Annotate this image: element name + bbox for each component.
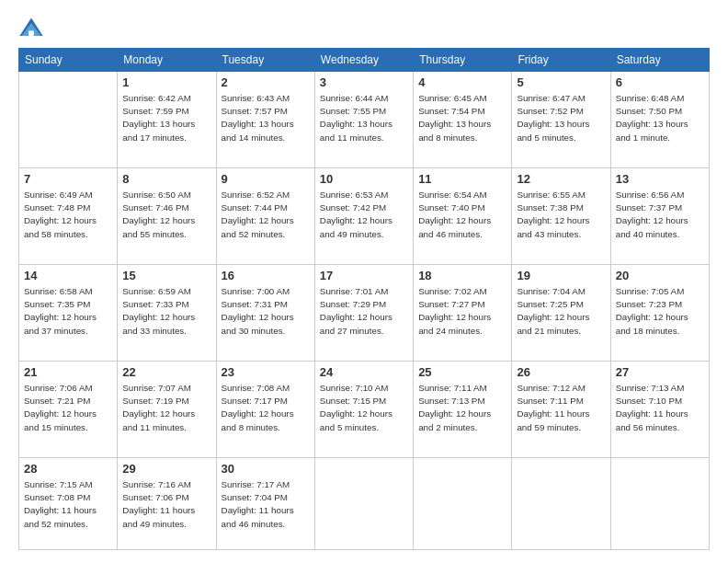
calendar-cell [19, 72, 118, 168]
day-number: 8 [122, 172, 210, 186]
calendar-cell: 21Sunrise: 7:06 AM Sunset: 7:21 PM Dayli… [19, 361, 118, 457]
weekday-header: Thursday [414, 49, 512, 72]
calendar-cell: 5Sunrise: 6:47 AM Sunset: 7:52 PM Daylig… [512, 72, 610, 168]
svg-rect-2 [28, 30, 34, 36]
calendar-cell: 14Sunrise: 6:58 AM Sunset: 7:35 PM Dayli… [19, 264, 118, 361]
day-number: 3 [320, 75, 408, 89]
day-number: 13 [616, 172, 704, 186]
day-number: 26 [517, 365, 605, 379]
day-number: 2 [222, 75, 310, 89]
calendar-cell: 13Sunrise: 6:56 AM Sunset: 7:37 PM Dayli… [610, 167, 709, 264]
calendar-cell: 30Sunrise: 7:17 AM Sunset: 7:04 PM Dayli… [216, 457, 314, 549]
day-number: 20 [616, 269, 704, 282]
calendar-row: 28Sunrise: 7:15 AM Sunset: 7:08 PM Dayli… [19, 457, 710, 549]
calendar-row: 14Sunrise: 6:58 AM Sunset: 7:35 PM Dayli… [19, 264, 710, 361]
weekday-header: Monday [118, 49, 216, 72]
day-number: 22 [122, 365, 210, 379]
day-number: 24 [320, 365, 408, 379]
day-info: Sunrise: 6:44 AM Sunset: 7:55 PM Dayligh… [320, 92, 408, 144]
header-row: SundayMondayTuesdayWednesdayThursdayFrid… [19, 49, 710, 72]
day-number: 4 [418, 75, 506, 89]
calendar-cell: 7Sunrise: 6:49 AM Sunset: 7:48 PM Daylig… [19, 167, 118, 264]
calendar-cell [314, 457, 413, 549]
calendar-cell: 12Sunrise: 6:55 AM Sunset: 7:38 PM Dayli… [512, 167, 610, 264]
calendar-cell: 24Sunrise: 7:10 AM Sunset: 7:15 PM Dayli… [314, 361, 413, 457]
calendar-row: 21Sunrise: 7:06 AM Sunset: 7:21 PM Dayli… [19, 361, 710, 457]
day-number: 17 [320, 269, 408, 282]
calendar-row: 1Sunrise: 6:42 AM Sunset: 7:59 PM Daylig… [19, 72, 710, 168]
day-info: Sunrise: 6:47 AM Sunset: 7:52 PM Dayligh… [517, 92, 605, 144]
day-info: Sunrise: 7:13 AM Sunset: 7:10 PM Dayligh… [616, 382, 704, 434]
day-number: 9 [222, 172, 310, 186]
day-info: Sunrise: 6:52 AM Sunset: 7:44 PM Dayligh… [222, 189, 310, 241]
day-number: 30 [222, 462, 310, 476]
calendar-cell: 6Sunrise: 6:48 AM Sunset: 7:50 PM Daylig… [610, 72, 709, 168]
calendar-cell: 1Sunrise: 6:42 AM Sunset: 7:59 PM Daylig… [118, 72, 216, 168]
day-info: Sunrise: 7:00 AM Sunset: 7:31 PM Dayligh… [222, 285, 310, 338]
day-number: 16 [222, 269, 310, 282]
page: SundayMondayTuesdayWednesdayThursdayFrid… [0, 0, 728, 563]
weekday-header: Sunday [19, 49, 118, 72]
day-info: Sunrise: 6:53 AM Sunset: 7:42 PM Dayligh… [320, 189, 408, 241]
day-info: Sunrise: 6:54 AM Sunset: 7:40 PM Dayligh… [418, 189, 506, 241]
calendar-cell: 28Sunrise: 7:15 AM Sunset: 7:08 PM Dayli… [19, 457, 118, 549]
calendar-cell: 29Sunrise: 7:16 AM Sunset: 7:06 PM Dayli… [118, 457, 216, 549]
calendar-cell: 10Sunrise: 6:53 AM Sunset: 7:42 PM Dayli… [314, 167, 413, 264]
logo [18, 17, 48, 42]
calendar-cell: 22Sunrise: 7:07 AM Sunset: 7:19 PM Dayli… [118, 361, 216, 457]
day-number: 21 [24, 365, 112, 379]
day-number: 7 [24, 172, 112, 186]
calendar-cell: 26Sunrise: 7:12 AM Sunset: 7:11 PM Dayli… [512, 361, 610, 457]
day-number: 6 [616, 75, 704, 89]
day-info: Sunrise: 7:08 AM Sunset: 7:17 PM Dayligh… [222, 382, 310, 434]
top-section [18, 17, 710, 42]
day-info: Sunrise: 6:48 AM Sunset: 7:50 PM Dayligh… [616, 92, 704, 144]
calendar-cell: 27Sunrise: 7:13 AM Sunset: 7:10 PM Dayli… [610, 361, 709, 457]
day-info: Sunrise: 7:01 AM Sunset: 7:29 PM Dayligh… [320, 285, 408, 338]
day-info: Sunrise: 7:04 AM Sunset: 7:25 PM Dayligh… [517, 285, 605, 338]
day-info: Sunrise: 6:59 AM Sunset: 7:33 PM Dayligh… [122, 285, 210, 338]
day-info: Sunrise: 6:50 AM Sunset: 7:46 PM Dayligh… [122, 189, 210, 241]
day-info: Sunrise: 6:45 AM Sunset: 7:54 PM Dayligh… [418, 92, 506, 144]
day-info: Sunrise: 6:49 AM Sunset: 7:48 PM Dayligh… [24, 189, 112, 241]
day-info: Sunrise: 6:58 AM Sunset: 7:35 PM Dayligh… [24, 285, 112, 338]
day-number: 10 [320, 172, 408, 186]
day-info: Sunrise: 7:07 AM Sunset: 7:19 PM Dayligh… [122, 382, 210, 434]
calendar-cell: 2Sunrise: 6:43 AM Sunset: 7:57 PM Daylig… [216, 72, 314, 168]
day-number: 19 [517, 269, 605, 282]
day-number: 1 [122, 75, 210, 89]
day-info: Sunrise: 7:15 AM Sunset: 7:08 PM Dayligh… [24, 478, 112, 531]
calendar-cell: 15Sunrise: 6:59 AM Sunset: 7:33 PM Dayli… [118, 264, 216, 361]
weekday-header: Tuesday [216, 49, 314, 72]
day-info: Sunrise: 7:12 AM Sunset: 7:11 PM Dayligh… [517, 382, 605, 434]
calendar-cell: 4Sunrise: 6:45 AM Sunset: 7:54 PM Daylig… [414, 72, 512, 168]
calendar-cell: 19Sunrise: 7:04 AM Sunset: 7:25 PM Dayli… [512, 264, 610, 361]
day-info: Sunrise: 6:42 AM Sunset: 7:59 PM Dayligh… [122, 92, 210, 144]
day-number: 27 [616, 365, 704, 379]
day-number: 12 [517, 172, 605, 186]
calendar-cell: 11Sunrise: 6:54 AM Sunset: 7:40 PM Dayli… [414, 167, 512, 264]
day-number: 25 [418, 365, 506, 379]
day-info: Sunrise: 7:16 AM Sunset: 7:06 PM Dayligh… [122, 478, 210, 531]
day-number: 14 [24, 269, 112, 282]
calendar-cell: 20Sunrise: 7:05 AM Sunset: 7:23 PM Dayli… [610, 264, 709, 361]
day-info: Sunrise: 7:06 AM Sunset: 7:21 PM Dayligh… [24, 382, 112, 434]
weekday-header: Friday [512, 49, 610, 72]
day-info: Sunrise: 7:11 AM Sunset: 7:13 PM Dayligh… [418, 382, 506, 434]
day-number: 23 [222, 365, 310, 379]
day-number: 18 [418, 269, 506, 282]
calendar-cell: 8Sunrise: 6:50 AM Sunset: 7:46 PM Daylig… [118, 167, 216, 264]
calendar: SundayMondayTuesdayWednesdayThursdayFrid… [18, 48, 710, 550]
day-info: Sunrise: 6:43 AM Sunset: 7:57 PM Dayligh… [222, 92, 310, 144]
day-info: Sunrise: 7:05 AM Sunset: 7:23 PM Dayligh… [616, 285, 704, 338]
calendar-cell [610, 457, 709, 549]
calendar-cell [512, 457, 610, 549]
day-number: 11 [418, 172, 506, 186]
calendar-cell: 23Sunrise: 7:08 AM Sunset: 7:17 PM Dayli… [216, 361, 314, 457]
day-number: 5 [517, 75, 605, 89]
day-info: Sunrise: 6:55 AM Sunset: 7:38 PM Dayligh… [517, 189, 605, 241]
calendar-cell [414, 457, 512, 549]
day-info: Sunrise: 6:56 AM Sunset: 7:37 PM Dayligh… [616, 189, 704, 241]
weekday-header: Saturday [610, 49, 709, 72]
calendar-cell: 17Sunrise: 7:01 AM Sunset: 7:29 PM Dayli… [314, 264, 413, 361]
